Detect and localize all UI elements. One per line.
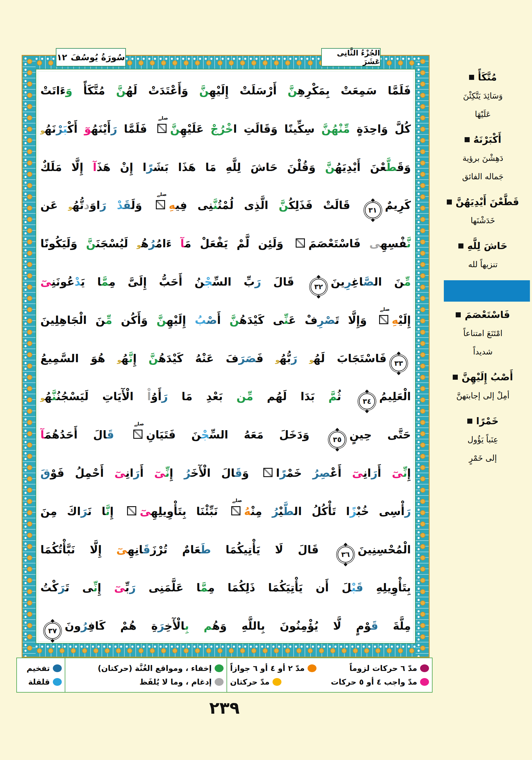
tajweed-segment: انِ [363,467,371,479]
tajweed-segment: ى كَيْدَهُ [239,314,284,327]
glossary-definition: شديداً [436,343,530,361]
tajweed-segment: ثُ [337,390,355,403]
tajweed-segment: أَرْسَلَتْ إِلَيْهِ [209,84,288,97]
tajweed-segment: لَ أَن يَأْتِيَكُمَا ذَلِكُمَا مِ [208,581,352,594]
tajweed-segment: وَأَعْتَدَتْ لَهُ [126,84,199,97]
tajweed-segment: مِنْ [251,505,272,518]
tajweed-segment: نِّ [93,581,97,594]
legend-label: تفخيم [27,664,50,673]
quran-line: حَتَّى حِينٍ٣٥ وَدَخَلَ مَعَهُ السِّجْنَ… [40,416,411,454]
pause-mark-icon [127,506,136,515]
tajweed-segment: و [68,203,73,211]
tajweed-segment: قَ [235,467,242,479]
legend-row: قلقلة [20,678,62,687]
tajweed-segment: نَّ [279,199,289,212]
tajweed-segment: لَيُسْجَنَ [96,237,137,250]
tajweed-segment: مِّن [237,390,253,403]
tajweed-segment: قَالَتْ فَذَلِكُ [289,199,361,212]
tajweed-segment: نَّ [407,237,411,250]
glossary-definition: إلى خَمْرٍ [436,449,530,467]
tajweed-segment: نَّ [229,314,239,327]
tajweed-segment: مَّ [328,390,337,403]
tajweed-segment: أَوُ [151,390,162,403]
tajweed-segment: نَّ [170,122,180,135]
tajweed-segment: بِّ [125,581,129,594]
glossary-entry: خَمْرًاعِنَباً يَؤُولإلى خَمْرٍ [436,411,530,467]
glossary-definition: عَلَيْهَا [436,105,530,123]
square-bullet-icon [464,137,470,142]
tajweed-segment: رَ [255,275,261,288]
legend-dot-icon [272,678,281,686]
tajweed-segment: فْسِهِ [380,237,407,250]
quran-text-block: فَلَمَّا سَمِعَتْ بِمَكْرِهِنَّ أَرْسَلَ… [40,72,411,641]
tajweed-segment: ا عَلَّمَنِى [136,581,200,594]
tajweed-segment: فَاسْتَعْصَمَ [309,237,369,250]
tajweed-segment: أَحْمِلُ فَوْ [50,467,114,479]
tajweed-segment: بْ [352,581,356,594]
tajweed-segment: ىٓ [140,505,151,518]
tajweed-legend: مدّ ٦ حركات لزوماًمدّ ٢ أو ٤ أو ٦ جوازاً… [16,658,433,692]
tajweed-segment: ءَاتَتْ [40,84,66,97]
tajweed-segment: الْ [121,390,147,403]
tajweed-segment: طَّ [386,161,397,174]
legend-label: مدّ واجب ٤ أو ٥ حركات [331,678,417,687]
tajweed-segment: و [309,356,314,364]
tajweed-segment: أَ [140,467,154,479]
pause-mark-icon [296,238,305,248]
legend-dot-icon [215,678,223,686]
tajweed-segment: صْ [206,314,217,327]
quran-line: الْمُحْسِنِينَ٣٦ قَالَ لَا يَأْتِيكُمَا … [40,531,411,569]
tajweed-segment: آ [40,428,45,441]
legend-column-madd: مدّ ٦ حركات لزوماًمدّ ٢ أو ٤ أو ٦ جوازاً… [226,658,432,692]
quran-line: الْعَلِيمُ٣٤ ثُمَّ بَدَا لَهُم مِّن بَعْ… [40,378,411,416]
glossary-definition: وَسَائِدَ يَتَّكِئْنَ [436,87,530,105]
glossary-term: أَكْبَرْنَهُ [473,134,502,145]
tajweed-segment [297,352,309,365]
tajweed-segment: رُ [149,237,156,250]
tajweed-segment: رَ [291,352,297,365]
tajweed-segment: وٓ [84,122,91,135]
legend-label: إخفاء ، ومواقع الغُنَّة (حركتان) [98,664,212,673]
tajweed-segment: نِّ [403,467,407,479]
tajweed-segment: إِلَيْهِ [166,314,195,327]
tajweed-segment: نَبِّئْنَا بِتَأْوِيلِهِ [151,505,228,518]
tajweed-segment: بُّهُ [280,352,291,365]
glossary-term: أَصْبُ إِلَيْهِنَّ [461,371,513,383]
tajweed-segment: رْ [56,122,63,135]
tajweed-segment: ا [276,467,280,479]
tajweed-segment: ىٓ [114,581,125,594]
tajweed-segment: كُلَّ وَاحِدَةٍ [350,122,411,135]
tajweed-segment: ىٓ [40,275,51,288]
tajweed-segment: نَّ [106,505,110,518]
tajweed-segment: اغِ [352,275,363,288]
tajweed-segment: رَ [162,390,168,403]
glossary-entry: حَاشَ لِلَّهِتنزيهاً لله [436,236,530,274]
tajweed-segment: وَلَيَكُونًا [40,237,86,250]
tajweed-segment: وَإِلَّا تَ [335,314,375,327]
legend-entry: مدّ ٦ حركات لزوماً [349,664,429,673]
quran-line: نَّفْسِهِى فَاسْتَعْصَمَ وَلَئِن لَّمْ ي… [40,225,411,263]
tajweed-segment: رَ [59,581,65,594]
tajweed-segment: نُ أَحَبُّ إِلَىَّ مِ [109,275,205,288]
square-bullet-icon [447,200,452,205]
tajweed-segment: نِّ [165,467,169,479]
sala-mark: صلے [134,422,144,426]
tajweed-segment: رُ [184,467,191,479]
glossary-term: مُتَّكَأً [478,71,497,83]
tajweed-segment: حَتَّى حِينٍ [349,428,411,441]
tajweed-segment: ىٓ [117,543,127,556]
tajweed-segment: زً [350,505,357,518]
tajweed-segment: صْرِ [317,314,335,327]
tajweed-segment: نَّ [325,161,335,174]
glossary-entry: أَصْبُ إِلَيْهِنَّأمِلْ إلى إجابتهنَّ [436,367,530,405]
tajweed-segment: نَ فَتَيَانِ [146,428,201,441]
tajweed-segment: وَ [242,467,260,479]
tajweed-segment: اوَ [89,199,100,212]
tajweed-segment: و [40,126,45,134]
frame-ornament-bottom [23,643,429,657]
tajweed-segment: آ [180,237,184,250]
tajweed-segment: سِكِّينًا وَقَالَتِ ا [233,122,321,135]
tajweed-segment: م بِ [185,620,212,632]
tajweed-segment: الَ أَحَدُهُمَ [45,428,107,441]
ayah-number-medallion: ٣٢ [311,279,326,295]
